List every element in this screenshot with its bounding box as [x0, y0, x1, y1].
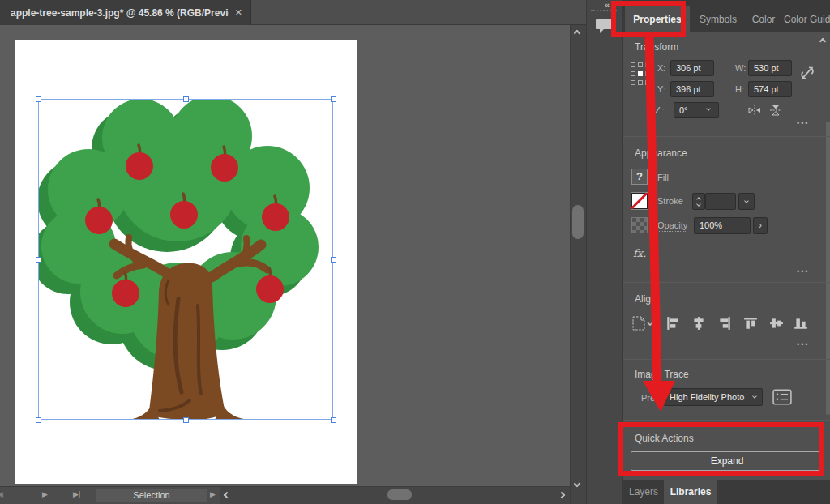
- angle-icon: ∠:: [654, 105, 665, 116]
- selection-handle[interactable]: [183, 96, 189, 102]
- constrain-proportions-off-icon[interactable]: [798, 63, 816, 83]
- effects-icon[interactable]: fx.: [633, 247, 646, 259]
- reference-point-icon[interactable]: [630, 62, 651, 88]
- h-label: H:: [735, 84, 744, 94]
- selection-handle[interactable]: [36, 417, 41, 423]
- selection-handle[interactable]: [36, 96, 41, 102]
- panel-scroll-up-icon[interactable]: [819, 38, 826, 45]
- document-title: apple-tree-sample-3.jpg* @ 45.86 % (RGB/…: [11, 7, 229, 19]
- flip-horizontal-icon[interactable]: [747, 105, 763, 116]
- status-menu-icon[interactable]: ▶: [210, 490, 216, 498]
- fill-swatch[interactable]: ?: [631, 169, 648, 185]
- transform-section-title: Transform: [635, 41, 678, 53]
- stroke-weight-input[interactable]: [705, 193, 736, 210]
- align-top-icon[interactable]: [743, 316, 758, 331]
- align-section-title: Align: [635, 293, 657, 305]
- y-label: Y:: [657, 84, 665, 94]
- align-bottom-icon[interactable]: [794, 316, 808, 331]
- align-horizontal-center-icon[interactable]: [691, 316, 706, 331]
- collapse-panel-icon[interactable]: «: [605, 0, 609, 10]
- tab-symbols[interactable]: Symbols: [693, 6, 743, 32]
- align-vertical-center-icon[interactable]: [769, 316, 784, 331]
- x-label: X:: [657, 63, 665, 73]
- divider: [623, 420, 830, 421]
- selection-bounding-box: [38, 99, 333, 420]
- stroke-swatch[interactable]: [631, 193, 648, 209]
- document-tab-bar: apple-tree-sample-3.jpg* @ 45.86 % (RGB/…: [0, 0, 586, 25]
- panel-scrollbar-thumb[interactable]: [826, 122, 830, 415]
- divider: [623, 282, 830, 283]
- selection-handle[interactable]: [36, 257, 41, 263]
- selection-handle[interactable]: [183, 417, 189, 423]
- tab-libraries[interactable]: Libraries: [664, 480, 717, 504]
- illustrator-window: apple-tree-sample-3.jpg* @ 45.86 % (RGB/…: [0, 0, 830, 504]
- flip-vertical-icon[interactable]: [769, 103, 782, 117]
- tab-color-guide[interactable]: Color Guide: [784, 6, 830, 32]
- h-input[interactable]: 574 pt: [748, 81, 792, 97]
- stroke-link[interactable]: Stroke: [657, 196, 683, 207]
- stroke-weight-stepper[interactable]: [692, 193, 705, 210]
- opacity-link[interactable]: Opacity: [657, 220, 687, 232]
- rotate-angle-select[interactable]: 0°: [674, 102, 719, 118]
- tab-color[interactable]: Color: [745, 6, 782, 32]
- document-tab[interactable]: apple-tree-sample-3.jpg* @ 45.86 % (RGB/…: [0, 0, 251, 25]
- opacity-input[interactable]: 100%: [694, 217, 751, 234]
- vertical-scrollbar-thumb[interactable]: [572, 205, 584, 239]
- panel-icon-column: [586, 0, 622, 504]
- align-left-icon[interactable]: [665, 316, 680, 331]
- close-icon[interactable]: ✕: [235, 7, 242, 18]
- vertical-scrollbar[interactable]: [570, 25, 586, 504]
- horizontal-scrollbar-thumb[interactable]: [387, 489, 412, 500]
- transform-more-options-icon[interactable]: •••: [797, 119, 809, 127]
- align-right-icon[interactable]: [717, 316, 732, 331]
- divider: [623, 136, 830, 137]
- image-trace-section-title: Image Trace: [635, 369, 689, 380]
- quick-actions-section-title: Quick Actions: [635, 433, 694, 444]
- canvas-pasteboard[interactable]: [0, 25, 570, 486]
- y-input[interactable]: 396 pt: [670, 81, 714, 97]
- last-artboard-icon[interactable]: ▶|: [73, 490, 80, 498]
- selection-handle[interactable]: [331, 96, 336, 102]
- properties-panel: Properties Symbols Color Color Guide Tra…: [622, 0, 830, 504]
- image-trace-panel-icon[interactable]: [772, 389, 792, 405]
- preset-select[interactable]: High Fidelity Photo: [664, 388, 763, 406]
- x-input[interactable]: 306 pt: [670, 60, 714, 76]
- w-input[interactable]: 530 pt: [748, 60, 792, 76]
- opacity-swatch[interactable]: [631, 217, 648, 233]
- selection-handle[interactable]: [331, 257, 336, 263]
- panel-grip[interactable]: [591, 10, 617, 11]
- w-label: W:: [735, 63, 746, 73]
- tab-layers[interactable]: Layers: [623, 480, 664, 504]
- appearance-more-options-icon[interactable]: •••: [797, 267, 809, 275]
- next-artboard-icon[interactable]: ▶: [42, 490, 48, 498]
- divider: [623, 359, 830, 360]
- fill-label: Fill: [657, 173, 669, 182]
- appearance-section-title: Appearance: [635, 147, 687, 159]
- status-tool-field[interactable]: Selection: [96, 489, 208, 502]
- comments-icon[interactable]: [594, 18, 615, 36]
- align-to-selection-icon[interactable]: [631, 315, 654, 333]
- opacity-options-icon[interactable]: ›: [753, 217, 768, 234]
- align-more-options-icon[interactable]: •••: [797, 340, 809, 348]
- stroke-weight-dropdown[interactable]: [738, 193, 755, 210]
- first-artboard-icon[interactable]: ◀: [0, 490, 3, 498]
- tab-properties[interactable]: Properties: [625, 6, 690, 32]
- selection-handle[interactable]: [331, 417, 336, 423]
- expand-button[interactable]: Expand: [631, 451, 824, 471]
